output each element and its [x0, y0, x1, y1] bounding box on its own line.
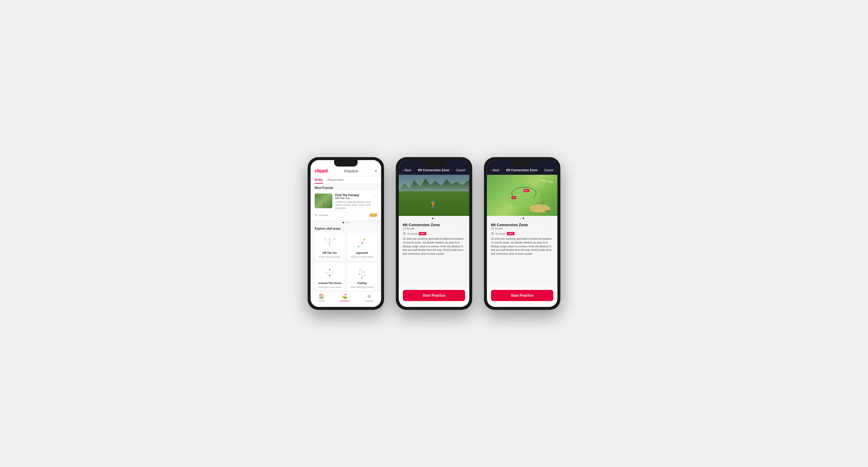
phone-3-home-bar [510, 305, 534, 306]
fairway-label: FAIRWAY [540, 179, 547, 182]
svg-line-34 [360, 274, 362, 275]
shots-count-3: 20 shots [495, 232, 505, 235]
menu-icon[interactable]: ≡ [375, 169, 377, 173]
phone-1-screen: clippd Practice ≡ Drills Favourites Most… [311, 160, 381, 307]
drill-tag: OTT [370, 213, 377, 217]
svg-line-7 [325, 240, 328, 242]
back-label-3: Back [493, 169, 499, 172]
map-image: Hit Miss FAIRWAY ROUGH SAND 🏌️ [487, 175, 557, 216]
off-the-tee-icon [322, 236, 338, 249]
svg-point-15 [358, 246, 359, 247]
svg-line-2 [328, 242, 330, 243]
phone-3: ‹ Back 6ft Conversion Zone Cancel Hit Mi… [484, 157, 560, 310]
drill-desc: Create an imaginary fairway using trees … [335, 201, 371, 210]
nav-home[interactable]: 🏠 Home [318, 293, 324, 302]
tab-favourites[interactable]: Favourites [328, 178, 344, 184]
featured-drill-card[interactable]: 🏌️ Find The Fairway Off The Tee Create a… [311, 191, 381, 220]
drill-image: 🏌️ [399, 175, 469, 216]
skill-desc-putting: Make and lag practice [350, 286, 373, 289]
drill-title-3: 6ft Conversion Zone [491, 223, 528, 227]
approach-icon [354, 236, 370, 249]
map-golfer-figure: 🏌️ [540, 200, 545, 204]
golfer-figure: 🏌️ [429, 200, 439, 210]
activities-label: Activities [340, 300, 350, 302]
dot-1 [432, 218, 433, 219]
skill-name-ott: Off The Tee [322, 252, 337, 254]
dot-2 [345, 222, 347, 223]
dot-3 [348, 222, 349, 223]
drill-range-3: 10-50 yds [491, 227, 528, 230]
back-label: Back [405, 169, 411, 172]
favourite-star[interactable]: ☆ [462, 223, 465, 227]
skill-name-putting: Putting [358, 282, 367, 285]
dot-2-p3 [523, 218, 524, 219]
tab-drills[interactable]: Drills [315, 178, 323, 184]
favourite-star[interactable]: ☆ [374, 194, 377, 198]
drill-header: 6ft Conversion Zone 10-50 yds ☆ [403, 223, 465, 231]
explore-label: Explore skill areas [311, 225, 381, 231]
svg-point-20 [329, 269, 330, 270]
golf-photo: 🏌️ [399, 175, 469, 216]
svg-line-25 [331, 272, 333, 274]
back-button[interactable]: ‹ Back [403, 169, 411, 172]
shots-count: 10 shots [319, 214, 328, 216]
drill-body: 6ft Conversion Zone 10-50 yds ☆ ⏱ 20 sho… [399, 220, 469, 288]
phone-2-home-bar [422, 305, 446, 306]
phone-2: ‹ Back 6ft Conversion Zone Cancel 🏌️ [396, 157, 472, 310]
start-practice-button[interactable]: Start Practice [403, 290, 465, 301]
drill-info: Find The Fairway Off The Tee Create an i… [335, 194, 371, 210]
image-dots [399, 216, 469, 220]
start-practice-button-3[interactable]: Start Practice [491, 290, 553, 301]
dot-1-p3 [520, 218, 522, 219]
putting-icon [354, 267, 370, 280]
phone-1-home-bar [334, 305, 358, 306]
nav-activities[interactable]: ⛳ Activities [340, 293, 350, 302]
svg-point-13 [364, 238, 365, 240]
miss-label: Miss [524, 189, 529, 192]
drill-shots-row-3: ⏱ 20 shots ARG [491, 232, 553, 235]
dot-1 [343, 222, 344, 223]
skill-desc-atg: Hone your short game [318, 286, 341, 289]
drill-description-3: 20 shots are randomly generated at dista… [491, 237, 553, 256]
phone-2-screen: ‹ Back 6ft Conversion Zone Cancel 🏌️ [399, 160, 469, 307]
skill-card-putting[interactable]: Putting Make and lag practice [347, 263, 377, 291]
home-label: Home [318, 300, 324, 302]
favourite-star-3[interactable]: ☆ [550, 223, 553, 227]
cancel-button[interactable]: Cancel [456, 169, 465, 172]
drill-tag-3: ARG [507, 232, 515, 235]
hit-label: Hit [512, 196, 516, 199]
drill-title-group-3: 6ft Conversion Zone 10-50 yds [491, 223, 528, 231]
svg-point-6 [334, 238, 335, 240]
drill-thumb-image: 🏌️ [315, 194, 332, 208]
drill-title-group: 6ft Conversion Zone 10-50 yds [403, 223, 440, 231]
phone-2-notch [422, 160, 446, 167]
tabs-bar: Drills Favourites [311, 176, 381, 184]
back-chevron: ‹ [403, 169, 404, 172]
svg-line-8 [332, 240, 334, 242]
rough-label: ROUGH [548, 180, 554, 184]
atg-icon-area [321, 266, 339, 280]
skill-grid: Off The Tee Power and accuracy [311, 231, 381, 291]
atg-icon [322, 267, 338, 280]
nav-capture[interactable]: ⊕ Capture [365, 293, 373, 302]
svg-point-19 [329, 275, 330, 276]
shots-clock-icon: ⏱ [403, 232, 406, 235]
activities-icon: ⛳ [342, 293, 348, 299]
capture-icon: ⊕ [367, 293, 371, 299]
phone-3-screen: ‹ Back 6ft Conversion Zone Cancel Hit Mi… [487, 160, 557, 307]
skill-card-off-the-tee[interactable]: Off The Tee Power and accuracy [315, 233, 345, 261]
skill-card-approach[interactable]: Approach Dial-in to hit the green [347, 233, 377, 261]
drill-shots-row: ⏱ 20 shots ARG [403, 232, 465, 235]
cancel-button-3[interactable]: Cancel [544, 169, 553, 172]
capture-label: Capture [365, 300, 373, 302]
skill-desc-ott: Power and accuracy [319, 256, 340, 258]
skill-card-atg[interactable]: Around The Green Hone your short game [315, 263, 345, 291]
phone-3-header-title: 6ft Conversion Zone [506, 168, 537, 172]
most-popular-label: Most Popular [311, 184, 381, 191]
drill-subtitle: Off The Tee [335, 197, 371, 200]
skill-desc-approach: Dial-in to hit the green [350, 256, 373, 258]
back-button-3[interactable]: ‹ Back [491, 169, 499, 172]
drill-title: 6ft Conversion Zone [403, 223, 440, 227]
phone-1-content: Most Popular 🏌️ Find The Fairway Off The… [311, 184, 381, 291]
drill-description: 20 shots are randomly generated at dista… [403, 237, 465, 256]
